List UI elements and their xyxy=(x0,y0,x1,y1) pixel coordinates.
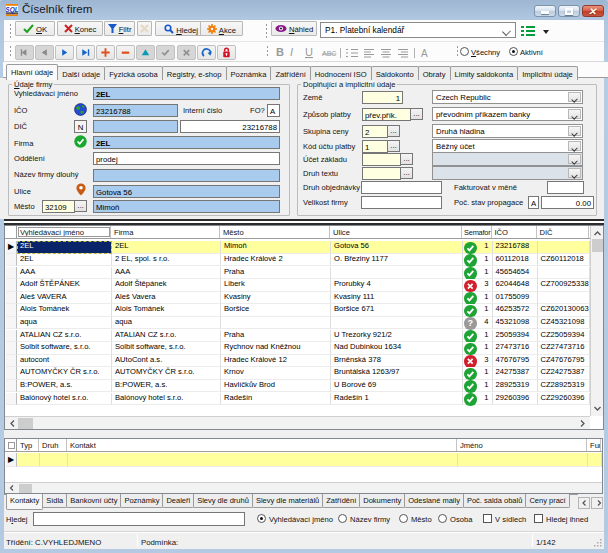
svg-text:ABC: ABC xyxy=(322,50,336,57)
svg-text:B: B xyxy=(276,46,284,58)
svg-text:I: I xyxy=(290,46,293,58)
svg-text:A: A xyxy=(421,48,428,59)
svg-text:U: U xyxy=(305,46,313,58)
svg-text:SQL: SQL xyxy=(6,6,18,14)
svg-text:?: ? xyxy=(467,319,473,329)
